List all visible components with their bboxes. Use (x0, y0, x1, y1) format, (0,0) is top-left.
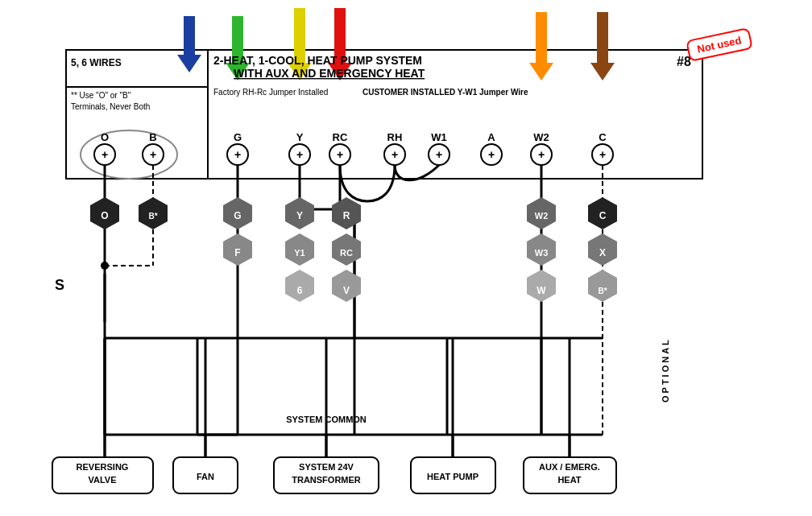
svg-text:R: R (343, 210, 350, 221)
svg-rect-73 (274, 457, 379, 493)
not-used-badge: Not used (686, 27, 752, 62)
svg-text:+: + (599, 148, 606, 161)
svg-text:W1: W1 (431, 131, 447, 143)
svg-text:HEAT PUMP: HEAT PUMP (427, 472, 478, 481)
svg-text:B*: B* (148, 212, 157, 221)
svg-rect-78 (524, 457, 616, 493)
svg-text:** Use "O" or "B": ** Use "O" or "B" (71, 91, 131, 100)
svg-point-15 (94, 144, 115, 165)
svg-point-21 (289, 144, 310, 165)
svg-point-33 (592, 144, 613, 165)
svg-text:+: + (488, 148, 495, 161)
svg-text:+: + (150, 148, 156, 161)
svg-marker-121 (588, 233, 617, 266)
svg-point-55 (101, 262, 109, 270)
svg-text:Terminals, Never Both: Terminals, Never Both (71, 102, 150, 111)
svg-text:HEAT: HEAT (557, 475, 581, 485)
svg-text:RC: RC (333, 131, 348, 143)
svg-point-35 (81, 130, 177, 179)
svg-text:SYSTEM 24V: SYSTEM 24V (299, 462, 354, 472)
svg-marker-103 (285, 233, 314, 266)
svg-text:SYSTEM COMMON: SYSTEM COMMON (286, 415, 367, 424)
svg-point-19 (227, 144, 248, 165)
svg-point-29 (481, 144, 502, 165)
svg-marker-6 (226, 63, 250, 80)
svg-marker-97 (223, 197, 252, 229)
svg-marker-12 (529, 63, 553, 80)
svg-text:C: C (599, 210, 607, 221)
svg-point-31 (531, 144, 552, 165)
svg-point-23 (329, 144, 350, 165)
svg-text:FAN: FAN (197, 472, 214, 481)
svg-text:V: V (343, 285, 350, 296)
svg-text:Y: Y (296, 131, 304, 143)
svg-text:Y1: Y1 (294, 248, 304, 258)
svg-text:O: O (101, 210, 108, 221)
svg-marker-101 (285, 197, 314, 229)
svg-marker-95 (139, 197, 168, 229)
svg-marker-99 (223, 233, 252, 266)
svg-marker-123 (588, 270, 617, 302)
svg-text:G: G (234, 131, 242, 143)
svg-text:W2: W2 (533, 131, 549, 143)
svg-marker-113 (527, 197, 556, 229)
svg-rect-68 (52, 457, 153, 493)
svg-text:CUSTOMER INSTALLED Y-W1 Jumper: CUSTOMER INSTALLED Y-W1 Jumper Wire (362, 88, 528, 97)
svg-text:TRANSFORMER: TRANSFORMER (292, 475, 361, 485)
svg-text:+: + (392, 148, 398, 161)
svg-text:VALVE: VALVE (88, 475, 116, 485)
svg-text:AUX / EMERG.: AUX / EMERG. (539, 462, 600, 472)
svg-marker-8 (288, 63, 312, 80)
svg-marker-14 (590, 63, 615, 80)
svg-marker-109 (332, 233, 361, 266)
svg-marker-115 (527, 233, 556, 266)
svg-text:WITH AUX AND EMERGENCY HEAT: WITH AUX AND EMERGENCY HEAT (234, 67, 425, 80)
svg-text:+: + (436, 148, 442, 161)
svg-text:O: O (101, 131, 109, 143)
svg-text:OPTIONAL: OPTIONAL (661, 337, 670, 402)
svg-text:Y: Y (296, 210, 303, 221)
svg-text:F: F (234, 247, 240, 258)
svg-text:6: 6 (297, 285, 303, 296)
svg-point-27 (429, 144, 450, 165)
svg-text:2-HEAT, 1-COOL, HEAT PUMP SYST: 2-HEAT, 1-COOL, HEAT PUMP SYSTEM (213, 54, 422, 67)
svg-point-17 (143, 144, 164, 165)
svg-text:REVERSING: REVERSING (77, 462, 129, 472)
svg-marker-4 (177, 55, 201, 72)
svg-marker-117 (527, 270, 556, 302)
svg-text:+: + (296, 148, 303, 161)
svg-text:RH: RH (387, 131, 403, 143)
svg-rect-76 (411, 457, 495, 493)
svg-text:W3: W3 (535, 248, 549, 258)
svg-text:+: + (538, 148, 545, 161)
svg-text:W2: W2 (535, 211, 549, 221)
svg-text:RC: RC (340, 248, 353, 258)
svg-marker-10 (328, 63, 352, 80)
svg-point-25 (384, 144, 405, 165)
svg-text:S: S (55, 277, 64, 293)
svg-marker-111 (332, 270, 361, 302)
svg-marker-105 (285, 270, 314, 302)
svg-text:+: + (234, 148, 241, 161)
svg-text:X: X (599, 247, 606, 258)
svg-text:+: + (102, 148, 108, 161)
svg-marker-93 (90, 197, 119, 229)
svg-rect-71 (173, 457, 238, 493)
svg-text:5, 6 WIRES: 5, 6 WIRES (71, 57, 122, 68)
svg-text:Factory RH-Rc Jumper Installed: Factory RH-Rc Jumper Installed (213, 88, 328, 97)
svg-rect-0 (66, 50, 702, 179)
svg-text:B: B (149, 131, 156, 143)
svg-marker-107 (332, 197, 361, 229)
svg-text:C: C (599, 131, 607, 143)
svg-text:W: W (536, 285, 546, 296)
svg-text:A: A (487, 131, 495, 143)
svg-text:G: G (234, 210, 241, 221)
svg-text:B*: B* (598, 287, 607, 295)
svg-marker-119 (588, 197, 617, 229)
svg-text:+: + (337, 148, 343, 161)
